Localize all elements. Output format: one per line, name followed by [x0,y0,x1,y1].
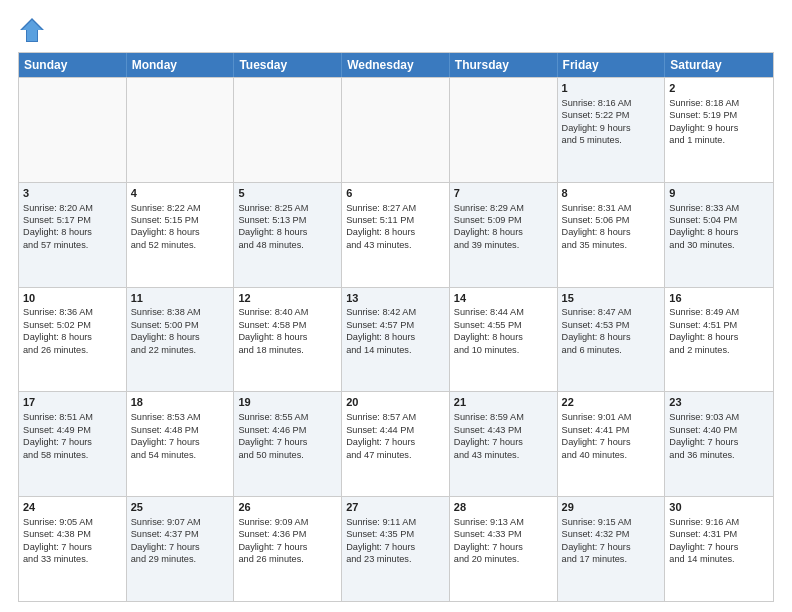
day-cell-7: 7Sunrise: 8:29 AM Sunset: 5:09 PM Daylig… [450,183,558,287]
day-info: Sunrise: 8:38 AM Sunset: 5:00 PM Dayligh… [131,306,230,356]
day-cell-2: 2Sunrise: 8:18 AM Sunset: 5:19 PM Daylig… [665,78,773,182]
day-info: Sunrise: 8:51 AM Sunset: 4:49 PM Dayligh… [23,411,122,461]
day-info: Sunrise: 8:55 AM Sunset: 4:46 PM Dayligh… [238,411,337,461]
day-number: 30 [669,500,769,515]
day-number: 25 [131,500,230,515]
day-info: Sunrise: 9:11 AM Sunset: 4:35 PM Dayligh… [346,516,445,566]
day-info: Sunrise: 9:03 AM Sunset: 4:40 PM Dayligh… [669,411,769,461]
day-number: 13 [346,291,445,306]
day-info: Sunrise: 8:57 AM Sunset: 4:44 PM Dayligh… [346,411,445,461]
header-day-sunday: Sunday [19,53,127,77]
day-number: 5 [238,186,337,201]
day-info: Sunrise: 9:16 AM Sunset: 4:31 PM Dayligh… [669,516,769,566]
day-info: Sunrise: 8:44 AM Sunset: 4:55 PM Dayligh… [454,306,553,356]
day-cell-18: 18Sunrise: 8:53 AM Sunset: 4:48 PM Dayli… [127,392,235,496]
day-cell-16: 16Sunrise: 8:49 AM Sunset: 4:51 PM Dayli… [665,288,773,392]
day-info: Sunrise: 8:36 AM Sunset: 5:02 PM Dayligh… [23,306,122,356]
calendar-header: SundayMondayTuesdayWednesdayThursdayFrid… [19,53,773,77]
empty-cell-0-2 [234,78,342,182]
day-number: 19 [238,395,337,410]
day-number: 17 [23,395,122,410]
day-info: Sunrise: 9:15 AM Sunset: 4:32 PM Dayligh… [562,516,661,566]
day-cell-15: 15Sunrise: 8:47 AM Sunset: 4:53 PM Dayli… [558,288,666,392]
day-number: 7 [454,186,553,201]
day-cell-12: 12Sunrise: 8:40 AM Sunset: 4:58 PM Dayli… [234,288,342,392]
day-number: 4 [131,186,230,201]
day-cell-6: 6Sunrise: 8:27 AM Sunset: 5:11 PM Daylig… [342,183,450,287]
day-number: 16 [669,291,769,306]
day-cell-20: 20Sunrise: 8:57 AM Sunset: 4:44 PM Dayli… [342,392,450,496]
day-cell-8: 8Sunrise: 8:31 AM Sunset: 5:06 PM Daylig… [558,183,666,287]
day-info: Sunrise: 8:53 AM Sunset: 4:48 PM Dayligh… [131,411,230,461]
day-number: 26 [238,500,337,515]
day-number: 10 [23,291,122,306]
day-info: Sunrise: 8:33 AM Sunset: 5:04 PM Dayligh… [669,202,769,252]
day-info: Sunrise: 8:27 AM Sunset: 5:11 PM Dayligh… [346,202,445,252]
day-cell-28: 28Sunrise: 9:13 AM Sunset: 4:33 PM Dayli… [450,497,558,601]
day-number: 18 [131,395,230,410]
day-info: Sunrise: 9:05 AM Sunset: 4:38 PM Dayligh… [23,516,122,566]
calendar-row-1: 3Sunrise: 8:20 AM Sunset: 5:17 PM Daylig… [19,182,773,287]
day-cell-23: 23Sunrise: 9:03 AM Sunset: 4:40 PM Dayli… [665,392,773,496]
logo-icon [18,16,46,44]
day-info: Sunrise: 8:16 AM Sunset: 5:22 PM Dayligh… [562,97,661,147]
header-day-thursday: Thursday [450,53,558,77]
day-number: 20 [346,395,445,410]
day-cell-17: 17Sunrise: 8:51 AM Sunset: 4:49 PM Dayli… [19,392,127,496]
day-info: Sunrise: 8:31 AM Sunset: 5:06 PM Dayligh… [562,202,661,252]
header-day-saturday: Saturday [665,53,773,77]
day-number: 11 [131,291,230,306]
day-cell-13: 13Sunrise: 8:42 AM Sunset: 4:57 PM Dayli… [342,288,450,392]
day-cell-30: 30Sunrise: 9:16 AM Sunset: 4:31 PM Dayli… [665,497,773,601]
day-cell-26: 26Sunrise: 9:09 AM Sunset: 4:36 PM Dayli… [234,497,342,601]
day-number: 22 [562,395,661,410]
header-day-monday: Monday [127,53,235,77]
day-number: 24 [23,500,122,515]
header-day-tuesday: Tuesday [234,53,342,77]
day-number: 29 [562,500,661,515]
day-info: Sunrise: 8:22 AM Sunset: 5:15 PM Dayligh… [131,202,230,252]
day-info: Sunrise: 8:42 AM Sunset: 4:57 PM Dayligh… [346,306,445,356]
day-number: 15 [562,291,661,306]
empty-cell-0-1 [127,78,235,182]
empty-cell-0-0 [19,78,127,182]
day-cell-19: 19Sunrise: 8:55 AM Sunset: 4:46 PM Dayli… [234,392,342,496]
day-number: 12 [238,291,337,306]
day-number: 6 [346,186,445,201]
day-cell-9: 9Sunrise: 8:33 AM Sunset: 5:04 PM Daylig… [665,183,773,287]
day-cell-25: 25Sunrise: 9:07 AM Sunset: 4:37 PM Dayli… [127,497,235,601]
calendar-row-4: 24Sunrise: 9:05 AM Sunset: 4:38 PM Dayli… [19,496,773,601]
day-info: Sunrise: 8:20 AM Sunset: 5:17 PM Dayligh… [23,202,122,252]
page: SundayMondayTuesdayWednesdayThursdayFrid… [0,0,792,612]
calendar-row-2: 10Sunrise: 8:36 AM Sunset: 5:02 PM Dayli… [19,287,773,392]
day-info: Sunrise: 9:01 AM Sunset: 4:41 PM Dayligh… [562,411,661,461]
day-cell-14: 14Sunrise: 8:44 AM Sunset: 4:55 PM Dayli… [450,288,558,392]
day-cell-11: 11Sunrise: 8:38 AM Sunset: 5:00 PM Dayli… [127,288,235,392]
header-day-wednesday: Wednesday [342,53,450,77]
day-info: Sunrise: 8:59 AM Sunset: 4:43 PM Dayligh… [454,411,553,461]
day-cell-5: 5Sunrise: 8:25 AM Sunset: 5:13 PM Daylig… [234,183,342,287]
day-info: Sunrise: 9:09 AM Sunset: 4:36 PM Dayligh… [238,516,337,566]
day-number: 23 [669,395,769,410]
day-number: 3 [23,186,122,201]
day-number: 28 [454,500,553,515]
day-cell-27: 27Sunrise: 9:11 AM Sunset: 4:35 PM Dayli… [342,497,450,601]
day-cell-29: 29Sunrise: 9:15 AM Sunset: 4:32 PM Dayli… [558,497,666,601]
day-cell-3: 3Sunrise: 8:20 AM Sunset: 5:17 PM Daylig… [19,183,127,287]
day-number: 1 [562,81,661,96]
day-info: Sunrise: 9:07 AM Sunset: 4:37 PM Dayligh… [131,516,230,566]
header-day-friday: Friday [558,53,666,77]
day-number: 2 [669,81,769,96]
calendar-row-3: 17Sunrise: 8:51 AM Sunset: 4:49 PM Dayli… [19,391,773,496]
day-cell-22: 22Sunrise: 9:01 AM Sunset: 4:41 PM Dayli… [558,392,666,496]
day-info: Sunrise: 9:13 AM Sunset: 4:33 PM Dayligh… [454,516,553,566]
header [18,16,774,44]
day-cell-10: 10Sunrise: 8:36 AM Sunset: 5:02 PM Dayli… [19,288,127,392]
calendar-row-0: 1Sunrise: 8:16 AM Sunset: 5:22 PM Daylig… [19,77,773,182]
day-cell-24: 24Sunrise: 9:05 AM Sunset: 4:38 PM Dayli… [19,497,127,601]
day-number: 8 [562,186,661,201]
day-number: 14 [454,291,553,306]
day-cell-1: 1Sunrise: 8:16 AM Sunset: 5:22 PM Daylig… [558,78,666,182]
empty-cell-0-4 [450,78,558,182]
day-info: Sunrise: 8:25 AM Sunset: 5:13 PM Dayligh… [238,202,337,252]
